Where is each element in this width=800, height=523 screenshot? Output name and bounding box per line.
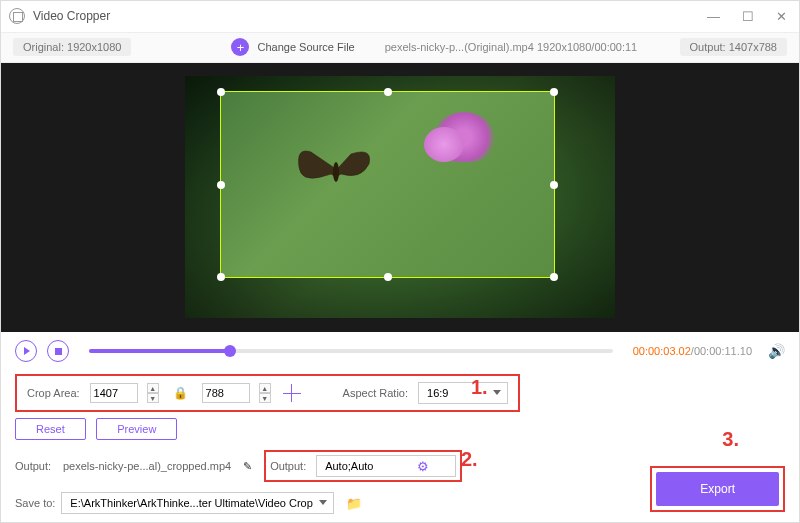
annotation-box-2: Output: Auto;Auto ⚙ <box>264 450 462 482</box>
play-button[interactable] <box>15 340 37 362</box>
app-icon <box>9 8 25 24</box>
edit-icon[interactable]: ✎ <box>243 460 252 473</box>
center-icon[interactable] <box>281 382 303 404</box>
minimize-button[interactable]: — <box>703 7 724 26</box>
playback-controls: 00:00:03.02/00:00:11.10 🔊 <box>1 332 799 370</box>
flower-image <box>434 112 494 162</box>
output-size-label: Output: 1407x788 <box>680 38 787 56</box>
output-filename: pexels-nicky-pe...al)_cropped.mp4 <box>63 460 231 472</box>
settings-area: Crop Area: ▲▼ 🔒 ▲▼ Aspect Ratio: 16:9 1.… <box>1 370 799 522</box>
format-select[interactable]: Auto;Auto ⚙ <box>316 455 456 477</box>
crop-handle-bm[interactable] <box>384 273 392 281</box>
aspect-ratio-label: Aspect Ratio: <box>343 387 408 399</box>
titlebar: Video Cropper — ☐ ✕ <box>1 1 799 33</box>
annotation-box-1: Crop Area: ▲▼ 🔒 ▲▼ Aspect Ratio: 16:9 <box>15 374 520 412</box>
save-to-label: Save to: <box>15 497 55 509</box>
timeline-knob[interactable] <box>224 345 236 357</box>
lock-icon[interactable]: 🔒 <box>173 386 188 400</box>
crop-handle-mr[interactable] <box>550 181 558 189</box>
annotation-1: 1. <box>471 376 488 399</box>
crop-width-input[interactable] <box>90 383 138 403</box>
aspect-ratio-select[interactable]: 16:9 <box>418 382 508 404</box>
butterfly-image <box>291 142 381 202</box>
width-up[interactable]: ▲ <box>147 383 159 393</box>
preview-area <box>1 63 799 332</box>
original-size-label: Original: 1920x1080 <box>13 38 131 56</box>
video-frame[interactable] <box>185 76 615 318</box>
crop-handle-tm[interactable] <box>384 88 392 96</box>
crop-handle-ml[interactable] <box>217 181 225 189</box>
crop-box[interactable] <box>220 91 555 278</box>
export-button[interactable]: Export <box>656 472 779 506</box>
volume-icon[interactable]: 🔊 <box>768 343 785 359</box>
save-path-select[interactable]: E:\ArkThinker\ArkThinke...ter Ultimate\V… <box>61 492 334 514</box>
time-display: 00:00:03.02/00:00:11.10 <box>633 345 752 357</box>
add-icon[interactable]: + <box>231 38 249 56</box>
info-bar: Original: 1920x1080 + Change Source File… <box>1 33 799 63</box>
annotation-3: 3. <box>722 428 739 451</box>
height-down[interactable]: ▼ <box>259 393 271 403</box>
stop-button[interactable] <box>47 340 69 362</box>
crop-height-input[interactable] <box>202 383 250 403</box>
window-controls: — ☐ ✕ <box>703 7 791 26</box>
crop-handle-tl[interactable] <box>217 88 225 96</box>
width-down[interactable]: ▼ <box>147 393 159 403</box>
app-title: Video Cropper <box>33 9 110 23</box>
close-button[interactable]: ✕ <box>772 7 791 26</box>
timeline-slider[interactable] <box>89 349 613 353</box>
file-info-label: pexels-nicky-p...(Original).mp4 1920x108… <box>385 41 638 53</box>
app-window: Video Cropper — ☐ ✕ Original: 1920x1080 … <box>0 0 800 523</box>
format-label: Output: <box>270 460 312 472</box>
svg-point-0 <box>333 162 339 182</box>
reset-button[interactable]: Reset <box>15 418 86 440</box>
preview-button[interactable]: Preview <box>96 418 177 440</box>
annotation-box-3: Export <box>650 466 785 512</box>
height-up[interactable]: ▲ <box>259 383 271 393</box>
folder-icon[interactable]: 📁 <box>346 496 362 511</box>
change-source-button[interactable]: Change Source File <box>257 41 354 53</box>
maximize-button[interactable]: ☐ <box>738 7 758 26</box>
annotation-2: 2. <box>461 448 478 471</box>
gear-icon[interactable]: ⚙ <box>417 459 429 474</box>
crop-area-label: Crop Area: <box>27 387 80 399</box>
output-label: Output: <box>15 460 57 472</box>
